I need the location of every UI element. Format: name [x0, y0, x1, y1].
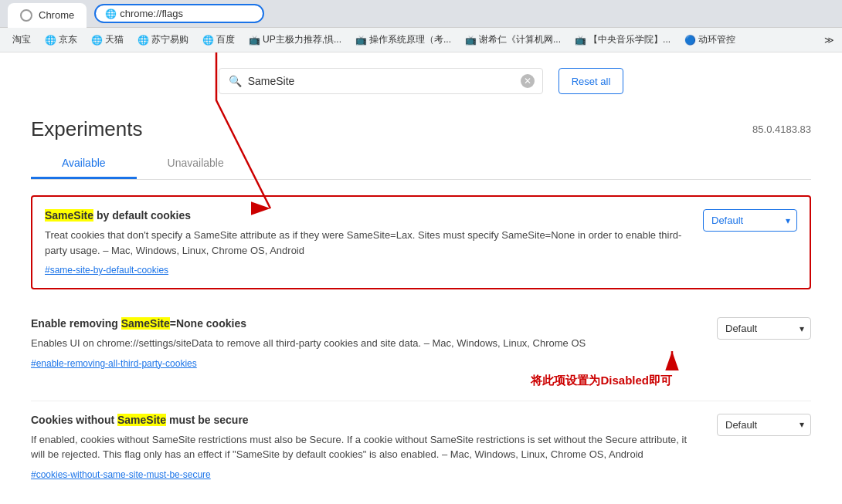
bookmark-up-label: UP主极力推荐,惧... [263, 33, 341, 46]
clear-search-button[interactable]: ✕ [521, 74, 535, 88]
flag3-title-prefix: Cookies without [31, 414, 117, 426]
flag-select-wrapper-1: Default Disabled Enabled [703, 209, 797, 232]
flag-desc-2: Enables UI on chrome://settings/siteData… [31, 336, 701, 351]
browser-tab[interactable]: Chrome [8, 3, 87, 28]
tab-label: Chrome [39, 9, 74, 21]
flag-select-2[interactable]: Default Disabled Enabled [718, 318, 810, 339]
tab-unavailable[interactable]: Unavailable [137, 149, 255, 179]
bookmark-tianmao-label: 天猫 [105, 33, 124, 46]
bm-tv-icon3: 📺 [465, 35, 477, 46]
flag-row-2: Enable removing SameSite=None cookies En… [31, 317, 811, 369]
bookmark-xie-label: 谢希仁《计算机网... [479, 33, 561, 46]
flag1-title-suffix: by default cookies [93, 209, 191, 222]
browser-chrome: Chrome 🌐 chrome://flags [0, 0, 842, 28]
flag-select-wrapper-2: Default Disabled Enabled [717, 317, 811, 340]
flag3-highlight: SameSite [117, 414, 166, 426]
flag-text-2: Enable removing SameSite=None cookies En… [31, 317, 717, 369]
tab-favicon [20, 9, 32, 22]
bookmark-central-label: 【中央音乐学院】... [589, 33, 671, 46]
flag-row-1: SameSite by default cookies Treat cookie… [45, 209, 797, 276]
flag-title-3: Cookies without SameSite must be secure [31, 414, 701, 426]
tabs-container: Available Unavailable [31, 149, 811, 180]
flag-select-3[interactable]: Default Disabled Enabled [718, 414, 810, 435]
main-content: Experiments 85.0.4183.83 Available Unava… [0, 102, 842, 492]
bm-tv-icon4: 📺 [575, 35, 586, 46]
bookmark-os[interactable]: 📺 操作系统原理（考... [351, 32, 456, 48]
bm-icon5: 🔵 [684, 35, 696, 46]
flag-link-1[interactable]: #same-site-by-default-cookies [45, 265, 168, 276]
flag-item-3: Cookies without SameSite must be secure … [31, 401, 811, 492]
bookmarks-end: ≫ [824, 35, 834, 46]
bookmark-central[interactable]: 📺 【中央音乐学院】... [570, 32, 675, 48]
search-box-container: 🔍 ✕ [219, 68, 543, 94]
experiments-header: Experiments 85.0.4183.83 [31, 102, 811, 149]
flag2-title-prefix: Enable removing [31, 317, 121, 330]
bm-globe-icon4: 🌐 [202, 35, 214, 46]
search-icon: 🔍 [229, 75, 242, 87]
flag2-highlight: SameSite [121, 317, 170, 330]
flag3-title-suffix: must be secure [166, 414, 249, 426]
flag-select-1[interactable]: Default Disabled Enabled [704, 210, 796, 231]
bookmark-up[interactable]: 📺 UP主极力推荐,惧... [244, 32, 346, 48]
flag-desc-1: Treat cookies that don't specify a SameS… [45, 228, 688, 258]
flag-desc-3: If enabled, cookies without SameSite res… [31, 432, 701, 462]
tab-available[interactable]: Available [31, 149, 137, 179]
globe-icon: 🌐 [105, 8, 117, 19]
bookmark-dong[interactable]: 🔵 动环管控 [680, 32, 740, 48]
flag-link-3[interactable]: #cookies-without-same-site-must-be-secur… [31, 469, 211, 480]
flag-select-wrapper-3: Default Disabled Enabled [717, 414, 811, 436]
bookmark-jd-label: 京东 [59, 33, 77, 46]
flag-item-1: SameSite by default cookies Treat cookie… [31, 195, 811, 289]
bm-tv-icon: 📺 [249, 35, 260, 46]
bookmark-xie[interactable]: 📺 谢希仁《计算机网... [460, 32, 565, 48]
flag-text-1: SameSite by default cookies Treat cookie… [45, 209, 703, 276]
flag-title-1: SameSite by default cookies [45, 209, 688, 222]
bookmark-taobao-label: 淘宝 [12, 33, 31, 46]
bookmarks-more-icon: ≫ [824, 35, 834, 46]
bookmark-tianmao[interactable]: 🌐 天猫 [87, 32, 128, 48]
flag-text-3: Cookies without SameSite must be secure … [31, 414, 717, 480]
bookmark-jd[interactable]: 🌐 京东 [40, 32, 82, 48]
flag1-highlight: SameSite [45, 209, 93, 222]
annotation-text: 将此项设置为Disabled即可 [31, 374, 811, 388]
flag-item-2: Enable removing SameSite=None cookies En… [31, 305, 811, 401]
bookmark-dong-label: 动环管控 [698, 33, 735, 46]
bm-globe-icon3: 🌐 [138, 35, 149, 46]
url-text: chrome://flags [120, 8, 183, 19]
flag-select-box-1: Default Disabled Enabled [703, 209, 797, 232]
bookmarks-bar: 淘宝 🌐 京东 🌐 天猫 🌐 苏宁易购 🌐 百度 📺 UP主极力推荐,惧... … [0, 28, 842, 52]
bm-globe-icon2: 🌐 [91, 35, 103, 46]
flag2-title-suffix: =None cookies [170, 317, 246, 330]
bookmark-baidu[interactable]: 🌐 百度 [198, 32, 239, 48]
search-input[interactable] [248, 75, 495, 87]
search-area: 🔍 ✕ Reset all [0, 52, 842, 102]
bookmark-suning-label: 苏宁易购 [151, 33, 188, 46]
bookmark-taobao[interactable]: 淘宝 [8, 32, 36, 48]
reset-all-button[interactable]: Reset all [559, 68, 624, 94]
flag-title-2: Enable removing SameSite=None cookies [31, 317, 701, 330]
bookmark-os-label: 操作系统原理（考... [369, 33, 451, 46]
bookmark-baidu-label: 百度 [216, 33, 235, 46]
flag-row-3: Cookies without SameSite must be secure … [31, 414, 811, 480]
address-bar[interactable]: 🌐 chrome://flags [94, 4, 264, 23]
version-text: 85.0.4183.83 [752, 123, 811, 135]
flag-link-2[interactable]: #enable-removing-all-third-party-cookies [31, 358, 197, 369]
bm-globe-icon: 🌐 [45, 35, 56, 46]
bookmark-suning[interactable]: 🌐 苏宁易购 [133, 32, 193, 48]
page-title: Experiments [31, 117, 143, 141]
flag-select-box-3: Default Disabled Enabled [717, 414, 811, 436]
bm-tv-icon2: 📺 [355, 35, 367, 46]
flag-select-box-2: Default Disabled Enabled [717, 317, 811, 340]
